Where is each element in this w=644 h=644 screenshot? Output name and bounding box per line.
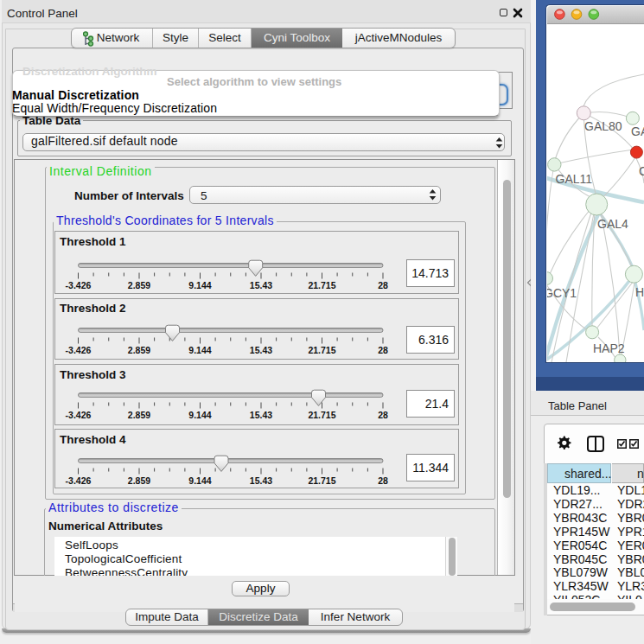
svg-text:2.859: 2.859 (128, 345, 150, 355)
svg-text:28: 28 (378, 280, 388, 290)
svg-text:2.859: 2.859 (128, 280, 150, 290)
svg-text:C: C (639, 164, 644, 178)
svg-text:9.144: 9.144 (188, 410, 211, 420)
svg-text:GA: GA (631, 124, 644, 138)
svg-text:GAL11: GAL11 (556, 172, 593, 186)
svg-text:21.715: 21.715 (308, 410, 335, 420)
svg-text:GAL80: GAL80 (584, 119, 622, 133)
svg-text:2.859: 2.859 (128, 475, 150, 486)
svg-text:15.43: 15.43 (250, 345, 272, 355)
svg-text:9.144: 9.144 (188, 280, 211, 290)
svg-text:15.43: 15.43 (250, 280, 272, 290)
svg-text:-3.426: -3.426 (66, 475, 92, 486)
svg-text:GCY1: GCY1 (547, 286, 577, 300)
svg-text:28: 28 (378, 345, 388, 355)
svg-text:21.715: 21.715 (308, 345, 335, 355)
svg-text:9.144: 9.144 (188, 475, 211, 486)
svg-text:H: H (635, 285, 644, 299)
svg-text:21.715: 21.715 (308, 280, 335, 290)
svg-text:21.715: 21.715 (308, 475, 335, 486)
svg-text:-3.426: -3.426 (66, 345, 92, 355)
svg-text:-3.426: -3.426 (66, 410, 92, 420)
svg-text:28: 28 (378, 475, 388, 486)
svg-text:HAP2: HAP2 (593, 341, 625, 355)
svg-text:15.43: 15.43 (250, 475, 272, 486)
svg-text:28: 28 (378, 410, 388, 420)
svg-text:15.43: 15.43 (250, 410, 272, 420)
svg-text:-3.426: -3.426 (66, 280, 92, 290)
svg-text:2.859: 2.859 (128, 410, 150, 420)
svg-text:9.144: 9.144 (188, 345, 211, 355)
svg-text:GAL4: GAL4 (597, 217, 628, 231)
